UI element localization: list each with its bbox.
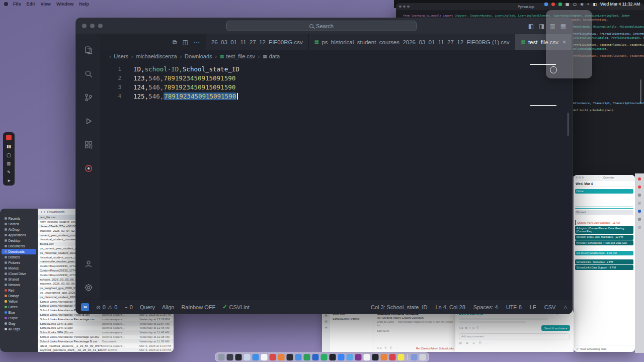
- code-line[interactable]: 2 123,546,7891923450915091590: [101, 74, 572, 83]
- zoom-window-icon[interactable]: [98, 24, 103, 28]
- explorer-icon[interactable]: [84, 45, 94, 55]
- dock-app-icon[interactable]: [235, 354, 242, 360]
- dock-app-icon[interactable]: [338, 354, 345, 360]
- breadcrumb-item[interactable]: › ▦ data: [257, 53, 280, 59]
- dock-app-icon[interactable]: [372, 354, 379, 360]
- rail-app-icon[interactable]: [638, 194, 641, 197]
- notifications-bell-icon[interactable]: ⌂: [564, 304, 567, 310]
- recorder-button[interactable]: ➤: [7, 179, 11, 183]
- rail-app-icon[interactable]: [638, 210, 641, 213]
- csvlint-status[interactable]: ✓ CSVLint: [222, 304, 250, 310]
- finder-sidebar-item[interactable]: Purple: [2, 315, 36, 321]
- dock-app-icon[interactable]: [381, 354, 387, 360]
- minimize-window-icon[interactable]: [90, 24, 95, 28]
- command-search-field[interactable]: Search: [226, 21, 417, 31]
- menu-item[interactable]: View: [41, 2, 51, 7]
- menu-extra-app-icon[interactable]: [551, 3, 555, 6]
- finder-sidebar-item[interactable]: AirDrop: [2, 227, 36, 232]
- dock-app-icon[interactable]: [420, 354, 426, 360]
- query-button[interactable]: Query: [140, 304, 155, 310]
- dock-app-icon[interactable]: [218, 354, 225, 360]
- finder-sidebar-item[interactable]: All Tags: [2, 326, 36, 332]
- settings-gear-icon[interactable]: [84, 283, 94, 293]
- recorder-button[interactable]: ✎: [7, 170, 11, 174]
- menu-extra-app-icon[interactable]: [558, 3, 562, 6]
- extensions-icon[interactable]: [84, 140, 94, 150]
- calendar-event[interactable]: Sheldon Lyda / Julie Marciacek · 12 PM: [575, 235, 633, 240]
- rail-app-icon[interactable]: [638, 186, 641, 189]
- dock-app-icon[interactable]: [304, 354, 310, 360]
- calendar-event[interactable]: SchoolLinks Data Support · 3 PM: [575, 265, 633, 270]
- toggle-panel-icon[interactable]: ◨: [539, 23, 544, 30]
- calendar-event[interactable]: Home: [575, 189, 633, 194]
- language-mode[interactable]: CSV: [544, 304, 556, 310]
- wifi-icon[interactable]: ≋: [580, 2, 584, 7]
- dock-app-icon[interactable]: [347, 354, 353, 360]
- calendar-minimize-icon[interactable]: [579, 176, 581, 178]
- dock-app-icon[interactable]: [312, 354, 319, 360]
- recorder-button[interactable]: ▮▮: [7, 145, 11, 149]
- csv-editor-window[interactable]: Search ◧ ◨ ▥ ▦: [75, 18, 573, 314]
- calendar-footer[interactable]: ⇗ View scheduling links: [574, 345, 635, 352]
- finder-sidebar-item[interactable]: Shared: [2, 277, 36, 282]
- finder-file-row[interactable]: School Links Attendance Percentage (2).c…: [38, 335, 174, 339]
- finder-file-row[interactable]: School Links Attendance Percentage B.csv…: [38, 339, 174, 343]
- search-sidebar-icon[interactable]: [84, 69, 94, 79]
- finder-sidebar-item[interactable]: Downloads: [2, 249, 36, 254]
- terminal-scrollbar[interactable]: [640, 79, 641, 103]
- calendar-zoom-icon[interactable]: [582, 176, 584, 178]
- mail-icon-rail[interactable]: ▣ ▤ ◈: [322, 309, 330, 352]
- calendar-event[interactable]: SchoolLinks - Somerset · 2 PM: [575, 259, 633, 264]
- spotlight-search-icon[interactable]: ⌕: [587, 2, 589, 7]
- breadcrumb-item[interactable]: › ▦ test_file.csv: [214, 53, 255, 59]
- dock-app-icon[interactable]: [330, 354, 336, 360]
- calendar-event[interactable]: [575, 194, 633, 205]
- calendar-titlebar[interactable]: Calendar: [574, 175, 635, 180]
- hud-record-button[interactable]: [550, 66, 557, 73]
- dock-app-icon[interactable]: [355, 354, 362, 360]
- battery-icon[interactable]: ▭: [573, 2, 577, 7]
- dock-app-icon[interactable]: [244, 354, 251, 360]
- finder-file-row[interactable]: SchoolLinks GPA (B).csv comma-separa… Ye…: [38, 330, 174, 335]
- send-archive-button[interactable]: Send & archive ▾: [541, 325, 570, 331]
- cursor-position[interactable]: Ln 4, Col 28: [435, 304, 465, 310]
- finder-sidebar-item[interactable]: Red: [2, 288, 36, 293]
- calendar-event[interactable]: [575, 256, 633, 259]
- code-line[interactable]: 3 124,546,7891923450915091590: [101, 83, 572, 92]
- problems-indicator[interactable]: ⊘ 0 ⚠ 0: [96, 304, 117, 310]
- calendar-event[interactable]: Blocked: [575, 210, 633, 215]
- calendar-window[interactable]: Calendar Wed, Mar 4 HomeBlockedChange Po…: [574, 175, 635, 352]
- finder-sidebar-item[interactable]: Yellow: [2, 299, 36, 304]
- menu-bar-clock[interactable]: Wed Mar 4 11:32 AM: [600, 2, 640, 7]
- remote-indicator-icon[interactable]: ><: [81, 303, 89, 311]
- menu-item[interactable]: Edit: [27, 2, 35, 7]
- more-actions-icon[interactable]: ⋯: [194, 39, 200, 46]
- comment-input[interactable]: Add any comment…: [459, 333, 570, 339]
- finder-file-row[interactable]: latest_modified_students__2_19_54_09_0NY…: [38, 343, 174, 348]
- ports-indicator[interactable]: ⌁ 0: [124, 304, 132, 310]
- finder-sidebar-item[interactable]: Gray: [2, 321, 36, 326]
- close-window-icon[interactable]: [82, 24, 87, 28]
- archive-icon[interactable]: ▤: [325, 319, 328, 323]
- breadcrumb-item[interactable]: › ▦ Downloads: [179, 53, 212, 59]
- rainbow-toggle[interactable]: Rainbow OFF: [181, 304, 215, 310]
- rail-app-icon[interactable]: [638, 177, 641, 180]
- calendar-event[interactable]: [575, 207, 633, 207]
- dock-app-icon[interactable]: [295, 354, 302, 360]
- toggle-sidebar-icon[interactable]: ◧: [528, 23, 534, 30]
- finder-sidebar-item[interactable]: Blue: [2, 310, 36, 315]
- mail-folder-item[interactable]: SchoolLinks Archive: [333, 317, 370, 320]
- mail-format-toolbar[interactable]: Aa ✎ ⎘ ⋯: [377, 346, 399, 350]
- finder-file-row[interactable]: SchoolLinks GPA (1).csv comma-separa… Ye…: [38, 321, 174, 326]
- finder-sidebar-item[interactable]: Districts: [2, 254, 36, 260]
- back-icon[interactable]: ‹: [41, 210, 42, 214]
- open-preview-icon[interactable]: ⧉: [173, 39, 177, 46]
- apple-menu-icon[interactable]: [4, 2, 8, 6]
- finder-file-row[interactable]: School Links Attendance Percentage.csv c…: [38, 317, 174, 321]
- calendar-event[interactable]: Change PoAl Daily Standup · 11 AM: [575, 220, 633, 225]
- code-line[interactable]: 4 125,546,7891923450915091590: [101, 92, 572, 101]
- forward-icon[interactable]: ›: [44, 210, 45, 214]
- finder-sidebar-item[interactable]: Applications: [2, 232, 36, 238]
- calendar-event[interactable]: CS Weekly Enablement · 1:30 PM: [575, 251, 633, 256]
- dock-app-icon[interactable]: [364, 354, 370, 360]
